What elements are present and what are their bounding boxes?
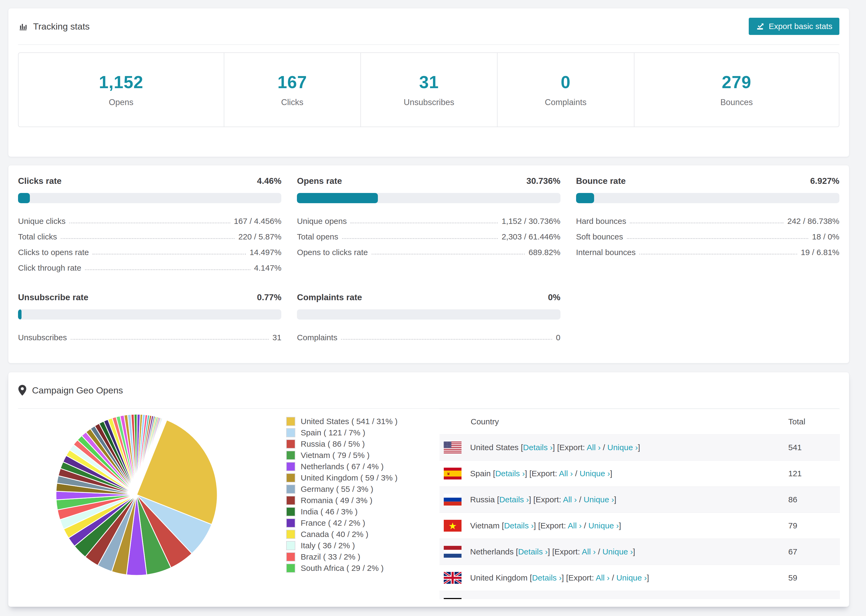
rate-progress-track	[576, 193, 839, 203]
rate-row-label: Click through rate	[18, 263, 81, 272]
slash-separator: /	[584, 521, 586, 530]
legend-item: Germany ( 55 / 3% )	[286, 484, 397, 495]
bracket: ]	[647, 573, 649, 582]
details-link[interactable]: Details ›	[523, 443, 553, 452]
campaign-geo-opens-card: Campaign Geo Opens United States ( 541 /…	[8, 372, 849, 607]
legend-label: France ( 42 / 2% )	[301, 519, 365, 528]
rate-progress-track	[18, 310, 281, 319]
country-name: Vietnam	[470, 521, 502, 530]
rate-title: Bounce rate	[576, 176, 626, 186]
rate-rows: Unique opens 1,152 / 30.736%Total opens …	[297, 210, 560, 257]
legend-swatch	[286, 530, 295, 539]
details-link[interactable]: Details ›	[495, 469, 525, 478]
export-basic-stats-button[interactable]: Export basic stats	[749, 18, 839, 35]
rate-row: Hard bounces 242 / 86.738%	[576, 210, 839, 226]
legend-label: India ( 46 / 3% )	[301, 507, 358, 516]
rate-title: Clicks rate	[18, 176, 61, 186]
rate-rows: Hard bounces 242 / 86.738%Soft bounces 1…	[576, 210, 839, 257]
es-flag-icon	[444, 468, 461, 479]
legend-label: Brazil ( 33 / 2% )	[301, 552, 361, 561]
rate-row: Unique opens 1,152 / 30.736%	[297, 210, 560, 226]
stat-cell: 0 Complaints	[497, 53, 634, 127]
rate-heading: Unsubscribe rate 0.77%	[18, 292, 281, 302]
rate-row-label: Internal bounces	[576, 248, 636, 257]
rate-row-value: 220 / 5.87%	[238, 232, 281, 241]
bracket: [	[502, 521, 504, 530]
stat-cell: 1,152 Opens	[19, 53, 224, 127]
rate-row-label: Hard bounces	[576, 217, 627, 226]
export-all-link[interactable]: All ›	[559, 469, 573, 478]
legend-swatch	[286, 485, 295, 494]
stat-label: Unsubscribes	[404, 97, 454, 107]
export-all-link[interactable]: All ›	[568, 521, 582, 530]
total-cell: 86	[788, 495, 840, 504]
rates-grid: Clicks rate 4.46% Unique clicks 167 / 4.…	[18, 176, 839, 342]
rate-progress-track	[18, 193, 281, 203]
details-link[interactable]: Details ›	[518, 547, 548, 556]
bracket: [	[566, 573, 568, 582]
geo-legend: United States ( 541 / 31% ) Spain ( 121 …	[286, 416, 397, 574]
dotted-leader	[93, 254, 246, 255]
legend-label: Canada ( 40 / 2% )	[301, 530, 368, 539]
geo-pie-chart	[54, 412, 219, 578]
rate-row-label: Opens to clicks rate	[297, 248, 368, 257]
export-unique-link[interactable]: Unique ›	[616, 573, 647, 582]
stat-cell: 167 Clicks	[224, 53, 361, 127]
export-unique-link[interactable]: Unique ›	[602, 547, 633, 556]
export-unique-link[interactable]: Unique ›	[579, 469, 610, 478]
rate-heading: Opens rate 30.736%	[297, 176, 560, 186]
rate-row: Total opens 2,303 / 61.446%	[297, 226, 560, 241]
rate-row: Total clicks 220 / 5.87%	[18, 226, 281, 241]
export-button-label: Export basic stats	[768, 22, 832, 31]
dotted-leader	[69, 223, 230, 223]
tracking-stats-title: Tracking stats	[18, 21, 90, 32]
legend-item: United Kingdom ( 59 / 3% )	[286, 472, 397, 484]
export-all-link[interactable]: All ›	[596, 573, 610, 582]
bracket: [	[552, 547, 554, 556]
rate-progress-fill	[576, 193, 594, 203]
legend-swatch	[286, 496, 295, 505]
country-name: Russia	[470, 495, 497, 504]
stat-value: 1,152	[99, 72, 143, 92]
bracket: [	[521, 443, 523, 452]
rate-value: 6.927%	[810, 176, 839, 186]
export-unique-link[interactable]: Unique ›	[589, 521, 619, 530]
export-unique-link[interactable]: Unique ›	[607, 443, 638, 452]
rate-progress-fill	[18, 193, 30, 203]
export-all-link[interactable]: All ›	[587, 443, 601, 452]
country-cell: Netherlands [Details ›] [Export: All › /…	[439, 546, 788, 558]
total-cell: 59	[788, 573, 840, 582]
table-row: Germany [Details ›] [Export: All › / Uni…	[439, 591, 840, 599]
details-link[interactable]: Details ›	[499, 495, 529, 504]
rate-panel: Complaints rate 0% Complaints 0	[297, 292, 560, 342]
bracket: ]	[633, 547, 635, 556]
export-all-link[interactable]: All ›	[582, 547, 596, 556]
rate-panel: Opens rate 30.736% Unique opens 1,152 / …	[297, 176, 560, 272]
rate-row-value: 18 / 0%	[812, 232, 839, 241]
rate-row: Unique clicks 167 / 4.456%	[18, 210, 281, 226]
legend-item: Romania ( 49 / 3% )	[286, 495, 397, 506]
export-prefix: Export:	[535, 495, 561, 504]
slash-separator: /	[598, 547, 600, 556]
country-name: United Kingdom	[470, 573, 530, 582]
stat-label: Bounces	[720, 97, 753, 107]
export-all-link[interactable]: All ›	[563, 495, 577, 504]
legend-swatch	[286, 439, 295, 449]
bracket: ]	[529, 495, 533, 504]
rate-progress-fill	[18, 310, 22, 319]
legend-label: United Kingdom ( 59 / 3% )	[301, 473, 397, 482]
rate-row-label: Unsubscribes	[18, 333, 67, 342]
legend-item: France ( 42 / 2% )	[286, 517, 397, 529]
rate-row: Internal bounces 19 / 6.81%	[576, 241, 839, 257]
bracket: ]	[614, 495, 616, 504]
export-unique-link[interactable]: Unique ›	[584, 495, 614, 504]
rate-rows: Unsubscribes 31	[18, 327, 281, 342]
rate-title: Opens rate	[297, 176, 342, 186]
us-flag-icon	[444, 442, 461, 453]
details-link[interactable]: Details ›	[532, 573, 562, 582]
dotted-leader	[627, 238, 808, 239]
details-link[interactable]: Details ›	[504, 521, 534, 530]
legend-item: Spain ( 121 / 7% )	[286, 427, 397, 438]
stat-label: Complaints	[545, 97, 587, 107]
bracket: ]	[553, 443, 557, 452]
